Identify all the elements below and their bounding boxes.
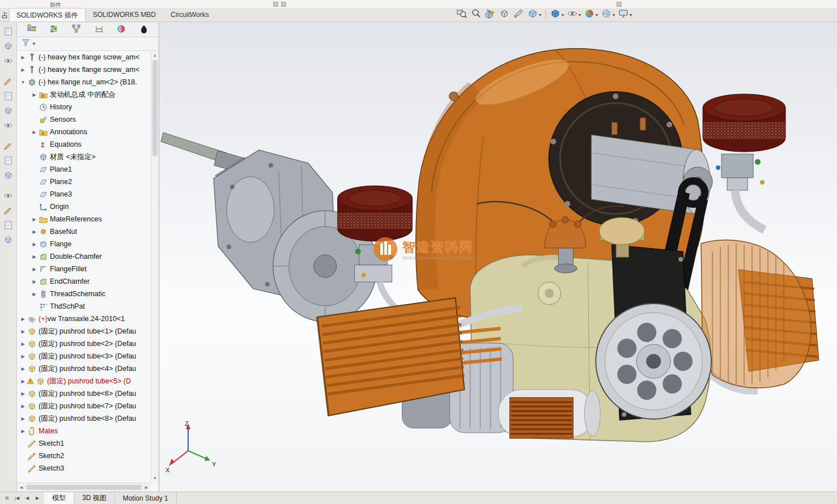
ribbon-tab-solidworks-addins[interactable]: SOLIDWORKS 插件 bbox=[9, 8, 86, 22]
expand-arrow-icon[interactable]: ▶ bbox=[19, 55, 27, 60]
oil-sump[interactable] bbox=[509, 398, 573, 438]
tree-item[interactable]: ▶发动机总成 中的配合 bbox=[17, 88, 151, 101]
tree-item[interactable]: ΣEquations bbox=[17, 138, 151, 151]
dimxpertmanager-tab[interactable] bbox=[92, 24, 107, 36]
tree-item[interactable]: ▶FlangeFillet bbox=[17, 263, 151, 275]
tree-item[interactable]: ▶(固定) pushrod tube<4> (Defau bbox=[17, 362, 151, 375]
edit-appearance-button[interactable]: ▾ bbox=[583, 8, 599, 22]
scroll-left-arrow[interactable]: ◀ bbox=[18, 484, 25, 491]
scroll-up-arrow[interactable]: ▲ bbox=[151, 52, 159, 59]
displaymanager-tab[interactable] bbox=[114, 24, 129, 36]
side-toolbar-button[interactable] bbox=[2, 204, 15, 218]
dropdown-caret-icon[interactable]: ▾ bbox=[630, 12, 632, 18]
scroll-right-arrow[interactable]: ▶ bbox=[143, 484, 150, 491]
side-toolbar-button[interactable] bbox=[2, 234, 15, 247]
scrollbar-thumb[interactable] bbox=[26, 485, 142, 490]
side-toolbar-button[interactable] bbox=[2, 155, 15, 168]
scroll-first-button[interactable]: |◀ bbox=[12, 494, 22, 503]
tree-item[interactable]: ▶(固定) pushrod tube<3> (Defau bbox=[17, 350, 151, 362]
cooling-duct-right[interactable] bbox=[701, 240, 811, 388]
tree-item[interactable]: ▼(-) hex flange nut_am<2> (B18. bbox=[17, 76, 151, 88]
filter-funnel-icon[interactable] bbox=[22, 39, 30, 49]
expand-arrow-icon[interactable]: ▶ bbox=[31, 242, 38, 247]
configurationmanager-tab[interactable] bbox=[69, 24, 84, 36]
tree-item[interactable]: ▶(-) heavy hex flange screw_am< bbox=[17, 51, 151, 63]
side-toolbar-button[interactable] bbox=[2, 169, 15, 183]
carburetor-right[interactable] bbox=[716, 154, 764, 230]
tree-item[interactable]: ▶(固定) pushrod tube<8> (Defau bbox=[17, 412, 151, 425]
scrollbar-thumb[interactable] bbox=[152, 60, 158, 156]
tab-model[interactable]: 模型 bbox=[44, 492, 74, 504]
expand-arrow-icon[interactable]: ▶ bbox=[19, 67, 27, 72]
tree-item[interactable]: Sketch1 bbox=[17, 437, 151, 450]
expand-arrow-icon[interactable]: ▶ bbox=[31, 92, 38, 97]
expand-arrow-icon[interactable]: ▶ bbox=[31, 254, 38, 259]
side-toolbar-button[interactable] bbox=[2, 90, 15, 104]
filter-dropdown-caret[interactable]: ▼ bbox=[32, 41, 36, 46]
expand-arrow-icon[interactable]: ▶ bbox=[31, 229, 38, 234]
tree-item[interactable]: ▶(固定) pushrod tube<5> (D bbox=[17, 375, 151, 387]
side-toolbar-button[interactable] bbox=[2, 25, 15, 39]
tab-3d-views[interactable]: 3D 视图 bbox=[74, 492, 115, 504]
expand-arrow-icon[interactable]: ▶ bbox=[19, 341, 27, 347]
side-toolbar-button[interactable] bbox=[2, 119, 15, 133]
dropdown-caret-icon[interactable]: ▾ bbox=[539, 12, 541, 18]
tree-item[interactable]: ▶(固定) pushrod tube<1> (Defau bbox=[17, 325, 151, 338]
zoom-to-fit-button[interactable] bbox=[455, 8, 469, 22]
side-toolbar-button[interactable] bbox=[2, 75, 15, 89]
tree-item[interactable]: ▶(+) vw Transaxle.24-2010<1 bbox=[17, 313, 151, 325]
expand-arrow-icon[interactable]: ▶ bbox=[19, 329, 27, 334]
ribbon-tab-solidworks-mbd[interactable]: SOLIDWORKS MBD bbox=[86, 8, 163, 22]
air-filter-right[interactable] bbox=[703, 94, 785, 152]
tree-horizontal-scrollbar[interactable]: ◀ ▶ bbox=[17, 482, 151, 492]
tree-item[interactable]: 材质 <未指定> bbox=[17, 151, 151, 163]
tree-item[interactable]: ▶Flange bbox=[17, 238, 151, 250]
expand-arrow-icon[interactable]: ▶ bbox=[19, 429, 27, 434]
cam-tab[interactable] bbox=[137, 24, 151, 36]
ribbon-tab-circuitworks[interactable]: CircuitWorks bbox=[163, 8, 216, 22]
dynamic-annotation-button[interactable] bbox=[498, 8, 511, 22]
tree-item[interactable]: Origin bbox=[17, 200, 151, 213]
apply-scene-button[interactable]: ▾ bbox=[600, 8, 616, 22]
tree-item[interactable]: ▶Mates bbox=[17, 425, 151, 437]
display-style-button[interactable]: ▾ bbox=[526, 8, 542, 22]
scroll-down-arrow[interactable]: ▼ bbox=[151, 475, 159, 482]
view-settings-button[interactable]: ▾ bbox=[617, 8, 633, 22]
side-toolbar-button[interactable] bbox=[2, 105, 15, 118]
cut-view-button[interactable] bbox=[512, 8, 525, 22]
side-toolbar-button[interactable] bbox=[2, 55, 15, 69]
expand-arrow-icon[interactable]: ▶ bbox=[19, 416, 27, 421]
side-toolbar-button[interactable] bbox=[2, 140, 15, 153]
expand-arrow-icon[interactable]: ▶ bbox=[19, 366, 27, 371]
zoom-to-area-button[interactable] bbox=[469, 8, 483, 22]
tree-item[interactable]: Plane2 bbox=[17, 176, 151, 188]
tree-item[interactable]: ▶(固定) pushrod tube<7> (Defau bbox=[17, 400, 151, 412]
tree-item[interactable]: ▶MateReferences bbox=[17, 213, 151, 225]
side-toolbar-button[interactable] bbox=[2, 190, 15, 203]
ribbon-tab-partial[interactable]: 占 bbox=[0, 8, 9, 22]
tree-item[interactable]: Sketch2 bbox=[17, 450, 151, 462]
side-toolbar-button[interactable] bbox=[2, 40, 15, 54]
dropdown-caret-icon[interactable]: ▾ bbox=[579, 12, 581, 18]
tree-item[interactable]: ▶ThreadSchematic bbox=[17, 288, 151, 300]
tree-item[interactable]: ▶(-) heavy hex flange screw_am< bbox=[17, 63, 151, 76]
tree-item[interactable]: ▶(固定) pushrod tube<6> (Defau bbox=[17, 387, 151, 400]
expand-arrow-icon[interactable]: ▶ bbox=[19, 379, 27, 384]
expand-arrow-icon[interactable]: ▶ bbox=[31, 292, 38, 297]
tree-item[interactable]: Plane1 bbox=[17, 163, 151, 176]
tree-item[interactable]: ▶Double-Chamfer bbox=[17, 250, 151, 263]
expand-arrow-icon[interactable]: ▶ bbox=[19, 391, 27, 396]
tab-motion-study-1[interactable]: Motion Study 1 bbox=[115, 492, 177, 504]
scroll-right-button[interactable]: ▶ bbox=[33, 494, 42, 503]
side-toolbar-button[interactable] bbox=[2, 219, 15, 233]
hide-show-items-button[interactable]: ▾ bbox=[566, 8, 582, 22]
expand-arrow-icon[interactable]: ▶ bbox=[19, 404, 27, 409]
pane-splitter-button[interactable]: ⊞ bbox=[2, 494, 11, 503]
scroll-left-button[interactable]: ◀ bbox=[23, 494, 32, 503]
tree-vertical-scrollbar[interactable]: ▲ ▼ bbox=[151, 51, 159, 482]
propertymanager-tab[interactable] bbox=[46, 24, 61, 36]
tree-item[interactable]: ▶EndChamfer bbox=[17, 275, 151, 288]
expand-arrow-icon[interactable]: ▶ bbox=[31, 279, 38, 284]
tree-item[interactable]: ▶BaseNut bbox=[17, 225, 151, 238]
featuremanager-tab[interactable] bbox=[24, 24, 39, 36]
